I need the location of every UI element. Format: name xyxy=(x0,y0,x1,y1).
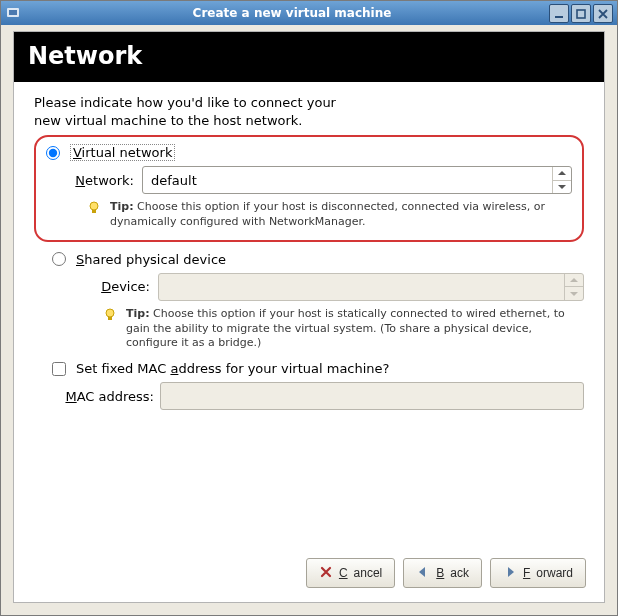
lightbulb-icon xyxy=(86,200,102,216)
cancel-button[interactable]: CCancelancel xyxy=(306,558,395,588)
virt-manager-window: Create a new virtual machine Network Ple… xyxy=(0,0,618,616)
chevron-down-icon xyxy=(565,286,583,300)
window-controls xyxy=(549,4,613,23)
cancel-icon xyxy=(319,565,333,582)
shared-tip: Tip: Choose this option if your host is … xyxy=(102,307,584,352)
virtual-tip: Tip: Choose this option if your host is … xyxy=(86,200,572,230)
network-combo-value: default xyxy=(143,167,552,193)
shared-device-label: Shared physical device xyxy=(76,252,226,267)
button-bar: CCancelancel BBackack FForwardorward xyxy=(306,558,586,588)
device-combo[interactable] xyxy=(158,273,584,301)
device-field-label: Device: xyxy=(86,279,150,294)
arrow-right-icon xyxy=(503,565,517,582)
network-field-label: Network: xyxy=(70,173,134,188)
svg-point-6 xyxy=(106,309,114,317)
titlebar: Create a new virtual machine xyxy=(1,1,617,25)
network-combo[interactable]: default xyxy=(142,166,572,194)
svg-rect-1 xyxy=(9,10,17,15)
virtual-network-radio[interactable] xyxy=(46,146,60,160)
svg-rect-5 xyxy=(92,210,96,213)
minimize-button[interactable] xyxy=(549,4,569,23)
lightbulb-icon xyxy=(102,307,118,323)
form-body: Please indicate how you'd like to connec… xyxy=(14,82,604,422)
svg-point-4 xyxy=(90,202,98,210)
svg-rect-2 xyxy=(555,16,563,18)
window-title: Create a new virtual machine xyxy=(27,6,617,20)
mac-address-input[interactable] xyxy=(160,382,584,410)
forward-button[interactable]: FForwardorward xyxy=(490,558,586,588)
arrow-left-icon xyxy=(416,565,430,582)
mac-field-label: MAC address: xyxy=(58,389,154,404)
virtual-network-label: VVirtual networkirtual network xyxy=(70,145,175,160)
mac-checkbox-row: Set fixed MAC address for your virtual m… xyxy=(52,361,584,376)
chevron-up-icon xyxy=(553,167,571,180)
page-title: Network xyxy=(14,32,604,82)
combo-spinner[interactable] xyxy=(564,274,583,300)
chevron-down-icon xyxy=(553,180,571,194)
svg-rect-3 xyxy=(577,10,585,18)
back-button[interactable]: BBackack xyxy=(403,558,482,588)
shared-device-radio[interactable] xyxy=(52,252,66,266)
mac-checkbox-label: Set fixed MAC address for your virtual m… xyxy=(76,361,389,376)
combo-spinner[interactable] xyxy=(552,167,571,193)
intro-line2: new virtual machine to the host network. xyxy=(34,113,302,128)
device-combo-value xyxy=(159,274,564,300)
svg-rect-7 xyxy=(108,317,112,320)
close-button[interactable] xyxy=(593,4,613,23)
virtual-network-group: VVirtual networkirtual network Network: … xyxy=(34,135,584,242)
app-icon xyxy=(5,5,21,21)
intro-text: Please indicate how you'd like to connec… xyxy=(34,94,584,129)
dialog-panel: Network Please indicate how you'd like t… xyxy=(13,31,605,603)
intro-line1: Please indicate how you'd like to connec… xyxy=(34,95,336,110)
maximize-button[interactable] xyxy=(571,4,591,23)
mac-checkbox[interactable] xyxy=(52,362,66,376)
chevron-up-icon xyxy=(565,274,583,287)
shared-device-group: Shared physical device Device: xyxy=(34,252,584,352)
